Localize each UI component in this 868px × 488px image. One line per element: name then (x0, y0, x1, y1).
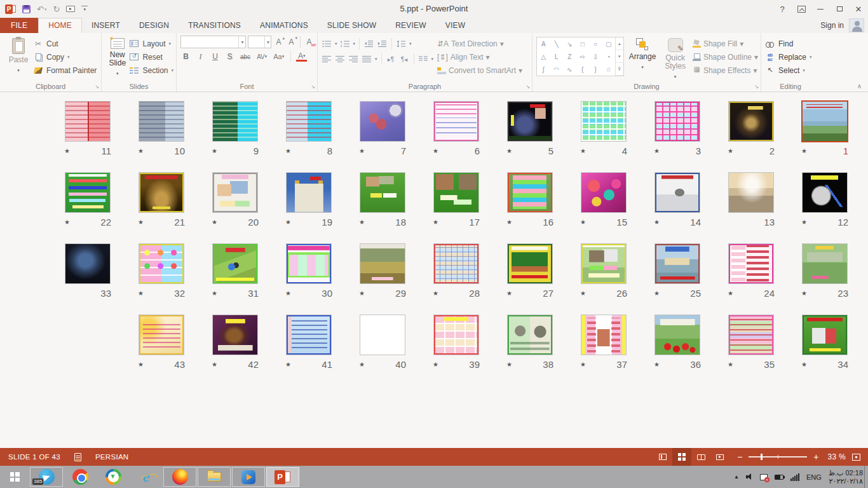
shape-gallery-item[interactable]: { (576, 63, 588, 76)
shape-fill-button[interactable]: Shape Fill▾ (693, 38, 758, 50)
align-text-button[interactable]: [⇕]Align Text▾ (437, 51, 522, 63)
decrease-font-size-button[interactable]: A▾ (286, 36, 297, 48)
slide-thumbnail[interactable] (286, 172, 332, 213)
align-right-icon[interactable] (348, 55, 359, 64)
language-indicator[interactable]: PERSIAN (95, 453, 129, 461)
clock[interactable]: 02:18 ب.ظ ۲۰۲۲/۰۲/۱۸ (829, 469, 863, 485)
save-icon[interactable] (22, 5, 31, 13)
slide-thumbnail[interactable] (433, 101, 479, 142)
slide-thumbnail[interactable] (139, 101, 184, 142)
shape-gallery-item[interactable]: } (589, 63, 602, 76)
shape-gallery-item[interactable]: ↘ (563, 37, 576, 50)
spell-check-icon[interactable] (74, 453, 81, 461)
battery-icon[interactable] (775, 475, 783, 480)
taskbar-telegram-icon[interactable]: 385 (30, 467, 63, 487)
slide-thumbnail[interactable] (507, 315, 553, 355)
justify-icon[interactable] (362, 55, 372, 64)
text-shadow-button[interactable]: S (224, 51, 235, 62)
shape-gallery-item[interactable]: □ (576, 37, 588, 50)
columns-icon[interactable] (418, 55, 429, 64)
align-left-icon[interactable] (322, 55, 332, 64)
slide-thumbnail[interactable] (212, 315, 258, 355)
normal-view-button[interactable] (653, 448, 672, 466)
slide-thumbnail[interactable] (654, 101, 700, 142)
slide-sorter-view-button[interactable] (672, 448, 691, 466)
shape-gallery-item[interactable]: ☆ (602, 63, 614, 76)
taskbar-firefox-icon[interactable] (163, 467, 196, 487)
slide-thumbnail[interactable] (65, 243, 111, 284)
tab-animations[interactable]: ANIMATIONS (250, 18, 318, 33)
decrease-indent-icon[interactable] (363, 39, 374, 49)
shape-gallery-item[interactable]: ╲ (550, 37, 562, 50)
slide-thumbnail[interactable] (654, 243, 700, 284)
sign-in-link[interactable]: Sign in (820, 21, 844, 30)
shape-gallery-item[interactable]: ∿ (563, 63, 576, 76)
clear-formatting-button[interactable]: A (304, 36, 315, 48)
taskbar-powerpoint-icon[interactable]: P (266, 467, 299, 487)
gallery-up-icon[interactable]: ▴ (616, 37, 623, 50)
slide-thumbnail[interactable] (212, 243, 258, 284)
slide-show-button[interactable] (710, 448, 729, 466)
tab-design[interactable]: DESIGN (130, 18, 179, 33)
start-from-beginning-icon[interactable] (66, 6, 75, 12)
font-color-button[interactable]: A▾ (296, 52, 307, 62)
find-button[interactable]: Find (765, 37, 817, 50)
slide-thumbnail[interactable] (286, 101, 332, 142)
slide-thumbnail[interactable] (212, 101, 258, 142)
copy-button[interactable]: Copy▾ (33, 51, 97, 63)
zoom-slider-thumb[interactable] (761, 454, 763, 460)
text-direction-button[interactable]: ⇵AText Direction▾ (437, 38, 522, 50)
redo-icon[interactable]: ↻ (53, 5, 60, 13)
strikethrough-button[interactable]: abc (239, 51, 252, 62)
underline-button[interactable]: U (210, 51, 220, 62)
section-button[interactable]: Section▾ (129, 64, 173, 76)
shape-outline-button[interactable]: Shape Outline▾ (693, 51, 758, 63)
slide-thumbnail[interactable] (65, 101, 111, 142)
increase-indent-icon[interactable] (377, 39, 388, 49)
paragraph-dialog-launcher-icon[interactable]: ↘ (526, 85, 530, 90)
increase-font-size-button[interactable]: A▴ (273, 36, 284, 48)
hidden-icons-icon[interactable]: ▲ (734, 474, 739, 480)
paste-button[interactable]: Paste▾ (4, 36, 33, 81)
slide-thumbnail[interactable] (802, 315, 848, 355)
font-name-combo[interactable]: ▾ (180, 36, 246, 48)
undo-icon[interactable]: ↶▾ (37, 5, 46, 13)
font-size-combo[interactable]: ▾ (248, 36, 272, 48)
bold-button[interactable]: B (180, 51, 191, 62)
tab-transitions[interactable]: TRANSITIONS (179, 18, 250, 33)
clipboard-dialog-launcher-icon[interactable]: ↘ (95, 85, 99, 90)
numbering-icon[interactable] (340, 39, 351, 49)
shape-gallery-item[interactable]: Z (563, 50, 576, 63)
show-desktop-button[interactable] (864, 466, 868, 488)
slide-thumbnail[interactable] (728, 243, 774, 284)
slide-thumbnail[interactable] (360, 315, 405, 355)
volume-icon[interactable] (746, 473, 753, 480)
slide-thumbnail[interactable] (433, 315, 479, 355)
reset-button[interactable]: Reset (129, 51, 173, 63)
tab-home[interactable]: HOME (38, 18, 82, 33)
slide-thumbnail[interactable] (286, 315, 332, 355)
slide-thumbnail[interactable] (801, 100, 848, 142)
slide-thumbnail[interactable] (581, 101, 627, 142)
taskbar-idm-icon[interactable] (97, 466, 130, 488)
shape-gallery-item[interactable]: △ (537, 50, 550, 63)
gallery-more-icon[interactable]: ⊽ (616, 63, 623, 76)
shape-gallery-item[interactable]: A (537, 37, 550, 50)
replace-button[interactable]: abacReplace▾ (765, 51, 817, 63)
taskbar-chrome-icon[interactable] (64, 466, 97, 488)
restore-icon[interactable] (830, 0, 849, 18)
network-signal-icon[interactable] (790, 473, 799, 481)
collapse-ribbon-icon[interactable]: ∧ (857, 83, 862, 90)
slide-thumbnail[interactable] (802, 243, 848, 284)
font-dialog-launcher-icon[interactable]: ↘ (311, 85, 315, 90)
slide-thumbnail[interactable] (139, 315, 184, 355)
shape-effects-button[interactable]: Shape Effects▾ (693, 65, 758, 76)
zoom-out-button[interactable]: − (736, 452, 743, 461)
taskbar-explorer-icon[interactable] (198, 467, 231, 487)
slide-thumbnail[interactable] (65, 172, 111, 213)
ltr-direction-icon[interactable]: ▸¶ (386, 55, 397, 64)
slide-thumbnail[interactable] (581, 172, 627, 213)
slide-thumbnail[interactable] (139, 172, 184, 213)
quick-styles-button[interactable]: Quick Styles▾ (661, 36, 689, 81)
slide-thumbnail[interactable] (433, 243, 479, 284)
